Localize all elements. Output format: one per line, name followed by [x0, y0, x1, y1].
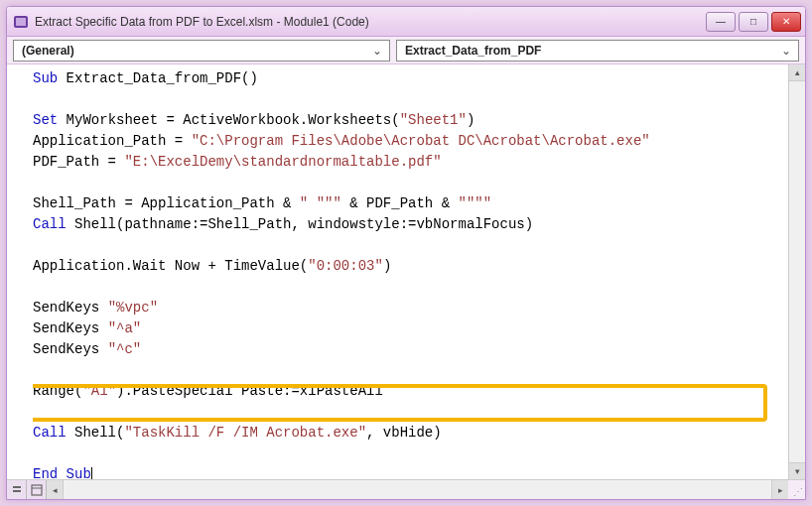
minimize-icon: —	[716, 16, 726, 27]
svg-rect-1	[16, 18, 26, 26]
resize-grip[interactable]: ⋰	[788, 480, 805, 499]
code-text: Sub Extract_Data_from_PDF() Set MyWorksh…	[33, 68, 787, 479]
svg-rect-4	[32, 485, 42, 495]
minimize-button[interactable]: —	[706, 12, 736, 32]
close-button[interactable]: ✕	[771, 12, 801, 32]
chevron-down-icon: ⌄	[778, 44, 794, 58]
vba-code-window: Extract Specific Data from PDF to Excel.…	[6, 6, 806, 500]
procedure-dropdown-value: Extract_Data_from_PDF	[405, 44, 778, 58]
object-dropdown-value: (General)	[22, 44, 369, 58]
caret-left-icon: ◂	[53, 485, 58, 495]
full-module-view-button[interactable]	[27, 480, 47, 499]
caret-down-icon: ▾	[795, 466, 800, 476]
scroll-right-button[interactable]: ▸	[771, 480, 788, 499]
svg-rect-3	[13, 490, 21, 492]
bottom-bar: ◂ ▸ ⋰	[7, 479, 805, 499]
window-title: Extract Specific Data from PDF to Excel.…	[35, 15, 706, 29]
view-mode-icons	[7, 480, 47, 499]
maximize-icon: □	[750, 16, 756, 27]
maximize-button[interactable]: □	[739, 12, 768, 32]
chevron-down-icon: ⌄	[369, 44, 385, 58]
scroll-left-button[interactable]: ◂	[47, 480, 64, 499]
procedure-dropdown[interactable]: Extract_Data_from_PDF ⌄	[396, 40, 799, 62]
app-icon	[13, 14, 29, 30]
close-icon: ✕	[782, 16, 790, 27]
grip-icon: ⋰	[793, 486, 803, 497]
window-controls: — □ ✕	[706, 12, 801, 32]
text-cursor	[91, 467, 92, 479]
vertical-scrollbar[interactable]: ▴ ▾	[788, 64, 805, 479]
scroll-down-button[interactable]: ▾	[789, 462, 805, 479]
caret-right-icon: ▸	[778, 485, 783, 495]
horizontal-scrollbar[interactable]: ◂ ▸	[47, 480, 788, 499]
caret-up-icon: ▴	[795, 67, 800, 77]
code-editor[interactable]: Sub Extract_Data_from_PDF() Set MyWorksh…	[7, 64, 805, 499]
code-viewport: Sub Extract_Data_from_PDF() Set MyWorksh…	[33, 68, 787, 479]
titlebar[interactable]: Extract Specific Data from PDF to Excel.…	[7, 7, 805, 37]
svg-rect-2	[13, 486, 21, 488]
scroll-up-button[interactable]: ▴	[789, 64, 805, 81]
dropdown-row: (General) ⌄ Extract_Data_from_PDF ⌄	[7, 37, 805, 64]
procedure-view-button[interactable]	[7, 480, 27, 499]
object-dropdown[interactable]: (General) ⌄	[13, 40, 390, 62]
